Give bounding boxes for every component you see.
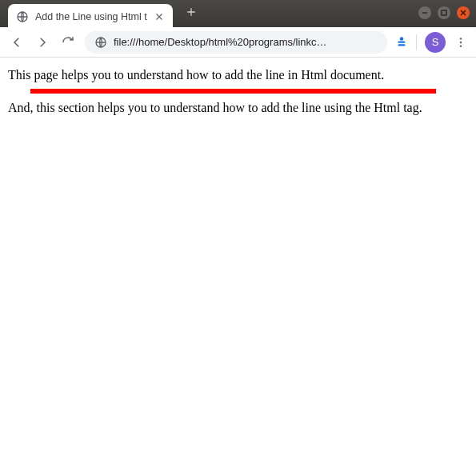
- svg-point-9: [460, 45, 462, 46]
- svg-rect-6: [398, 44, 406, 46]
- tab-title: Add the Line using Html t: [35, 11, 147, 22]
- browser-window: Add the Line using Html t: [0, 0, 476, 463]
- minimize-icon[interactable]: [418, 6, 431, 19]
- menu-button[interactable]: [450, 30, 471, 54]
- globe-icon: [16, 10, 29, 23]
- reload-button[interactable]: [56, 30, 80, 54]
- extension-icon[interactable]: [394, 34, 410, 50]
- svg-point-7: [460, 38, 462, 39]
- back-button[interactable]: [5, 30, 29, 54]
- globe-icon: [94, 36, 107, 49]
- browser-tab[interactable]: Add the Line using Html t: [8, 4, 173, 30]
- svg-point-8: [460, 41, 462, 42]
- page-content: This page helps you to understand how to…: [0, 58, 476, 463]
- avatar-initial: S: [432, 36, 439, 48]
- toolbar: file:///home/Desktop/html%20programs/lin…: [0, 27, 476, 58]
- maximize-icon[interactable]: [438, 6, 450, 19]
- new-tab-button[interactable]: [181, 2, 202, 22]
- avatar[interactable]: S: [425, 32, 446, 53]
- paragraph-2: And, this section helps you to understan…: [8, 100, 468, 117]
- window-close-icon[interactable]: [457, 6, 470, 19]
- address-bar[interactable]: file:///home/Desktop/html%20programs/lin…: [85, 31, 387, 54]
- svg-point-4: [400, 37, 404, 41]
- paragraph-1: This page helps you to understand how to…: [8, 67, 468, 84]
- divider: [416, 34, 417, 50]
- svg-rect-2: [442, 10, 446, 15]
- url-text: file:///home/Desktop/html%20programs/lin…: [114, 36, 378, 48]
- horizontal-rule: [30, 89, 436, 94]
- window-controls: [418, 6, 470, 19]
- svg-rect-5: [398, 41, 406, 42]
- close-icon[interactable]: [154, 11, 165, 22]
- forward-button[interactable]: [30, 30, 54, 54]
- titlebar: Add the Line using Html t: [0, 0, 476, 27]
